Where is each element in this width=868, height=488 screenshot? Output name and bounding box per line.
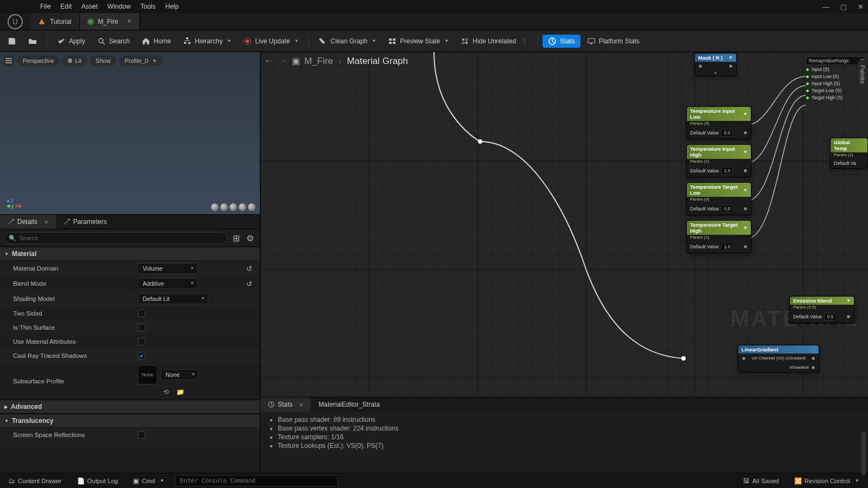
menu-tools[interactable]: Tools xyxy=(141,3,156,10)
section-material[interactable]: ▼Material xyxy=(0,247,260,261)
menu-file[interactable]: File xyxy=(40,3,50,10)
live-update-button[interactable]: Live Update▼ xyxy=(238,35,304,48)
stats-button[interactable]: Stats xyxy=(542,35,580,48)
nav-forward-button[interactable]: → xyxy=(278,55,288,67)
revision-control-button[interactable]: 🔀Revision Control▼ xyxy=(790,476,864,486)
reset-icon[interactable]: ↺ xyxy=(246,265,252,273)
home-button[interactable]: Home xyxy=(136,35,176,48)
node-temp-input-high[interactable]: Temperature Input High▼ Param (1) Defaul… xyxy=(686,144,751,177)
prop-two-sided-label: Two Sided xyxy=(13,310,138,317)
statusbar: 🗂Content Drawer 📄Output Log ▣Cmd▼ 🖫All S… xyxy=(0,473,868,488)
svg-rect-15 xyxy=(588,38,595,43)
window-maximize[interactable]: ▢ xyxy=(840,3,847,11)
output-log-button[interactable]: 📄Output Log xyxy=(73,476,123,486)
menu-window[interactable]: Window xyxy=(107,3,131,10)
tab-material-label: M_Fire xyxy=(98,18,118,25)
node-temp-target-high[interactable]: Temperature Target High▼ Param (1) Defau… xyxy=(686,220,751,253)
close-icon[interactable]: ✕ xyxy=(127,18,132,25)
search-button[interactable]: Search xyxy=(92,35,135,48)
nav-back-button[interactable]: ← xyxy=(264,55,273,67)
svg-point-17 xyxy=(681,356,686,361)
breadcrumb: M_Fire › Material Graph xyxy=(304,56,408,67)
content-drawer-button[interactable]: 🗂Content Drawer xyxy=(4,476,66,486)
perspective-dropdown[interactable]: Perspective xyxy=(17,55,59,66)
property-matrix-icon[interactable]: ⊞ xyxy=(231,233,241,243)
clean-graph-button[interactable]: Clean Graph▼ xyxy=(313,35,381,48)
stats-scrollbar[interactable] xyxy=(861,432,866,475)
settings-icon[interactable]: ⚙ xyxy=(245,233,256,243)
node-global-temp[interactable]: Global Temp Param (1) Default Va xyxy=(830,138,868,169)
stats-panel: Stats✕ MaterialEditor_Strata Base pass s… xyxy=(260,397,868,473)
window-minimize[interactable]: — xyxy=(822,3,829,11)
svg-point-16 xyxy=(478,139,482,144)
svg-rect-8 xyxy=(389,42,392,44)
menu-edit[interactable]: Edit xyxy=(60,3,72,10)
reset-icon[interactable]: ↺ xyxy=(246,280,252,288)
save-button[interactable] xyxy=(2,35,22,48)
profile-dropdown[interactable]: Profile_0▼ xyxy=(119,55,162,66)
hide-unrelated-button[interactable]: Hide Unrelated⋮ xyxy=(455,35,533,48)
save-status[interactable]: 🖫All Saved xyxy=(739,476,783,486)
tutorial-icon xyxy=(38,18,46,25)
app-logo[interactable]: U xyxy=(0,13,30,30)
use-selected-icon[interactable]: ⟲ xyxy=(161,387,171,397)
subsurface-dropdown[interactable]: None xyxy=(161,369,199,380)
hierarchy-button[interactable]: Hierarchy▼ xyxy=(177,35,237,48)
cmd-dropdown[interactable]: ▣Cmd▼ xyxy=(129,476,168,486)
close-icon[interactable]: ✕ xyxy=(299,402,303,408)
platform-stats-button[interactable]: Platform Stats xyxy=(582,35,645,48)
preview-state-button[interactable]: Preview State▼ xyxy=(382,35,454,48)
use-mat-attr-checkbox[interactable] xyxy=(138,338,145,345)
thin-surface-checkbox[interactable] xyxy=(138,324,145,331)
browse-button[interactable] xyxy=(23,35,42,48)
tab-tutorial[interactable]: Tutorial xyxy=(30,13,80,30)
tab-strata[interactable]: MaterialEditor_Strata xyxy=(311,397,387,412)
toolbar: Apply Search Home Hierarchy▼ Live Update… xyxy=(0,30,868,52)
node-temp-input-low[interactable]: Temperature Input Low▼ Param (0) Default… xyxy=(686,106,751,139)
node-emission-blend[interactable]: Emission Blend▼ Param (0.5) Default Valu… xyxy=(789,296,854,323)
svg-rect-6 xyxy=(389,38,392,41)
prop-subsurface-label: Subsurface Profile xyxy=(13,378,138,384)
section-translucency[interactable]: ▼Translucency xyxy=(0,414,260,428)
source-control-icon: 🔀 xyxy=(794,477,802,485)
search-input[interactable]: 🔍 Search xyxy=(4,232,227,244)
material-icon xyxy=(87,18,94,25)
tab-details[interactable]: Details✕ xyxy=(0,215,56,229)
tab-material[interactable]: M_Fire ✕ xyxy=(80,13,140,30)
apply-button[interactable]: Apply xyxy=(52,35,91,48)
graph-home-icon[interactable]: ▣ xyxy=(292,56,300,66)
cast-rt-checkbox[interactable]: ✔ xyxy=(138,352,145,359)
svg-point-0 xyxy=(99,38,103,43)
section-advanced[interactable]: ▶Advanced xyxy=(0,400,260,414)
viewport-options-button[interactable] xyxy=(3,55,14,66)
lit-dropdown[interactable]: Lit xyxy=(62,55,87,66)
node-linear-gradient[interactable]: LinearGradient UV Channel (V2) UGradient… xyxy=(738,345,819,373)
axis-gizmo: ▲z ◄y x► xyxy=(5,198,23,209)
window-close[interactable]: ✕ xyxy=(858,3,864,11)
svg-point-11 xyxy=(465,38,468,41)
material-graph-canvas[interactable]: ← → ▣ M_Fire › Material Graph ≡ Palette … xyxy=(260,52,868,397)
tab-stats[interactable]: Stats✕ xyxy=(260,397,311,412)
browse-asset-icon[interactable]: 📁 xyxy=(175,387,186,397)
menu-asset[interactable]: Asset xyxy=(81,3,98,10)
node-temp-target-low[interactable]: Temperature Target Low▼ Param (0) Defaul… xyxy=(686,182,751,215)
material-domain-dropdown[interactable]: Volume xyxy=(138,263,197,274)
preview-viewport[interactable]: Perspective Lit Show Profile_0▼ ▲z ◄y x► xyxy=(0,52,260,215)
asset-thumbnail[interactable]: None xyxy=(138,365,157,384)
blend-mode-dropdown[interactable]: Additive xyxy=(138,278,197,289)
close-icon[interactable]: ✕ xyxy=(44,219,48,225)
terminal-icon: ▣ xyxy=(133,477,139,485)
svg-rect-9 xyxy=(393,42,395,44)
menu-help[interactable]: Help xyxy=(165,3,179,10)
console-input[interactable] xyxy=(175,475,338,486)
two-sided-checkbox[interactable] xyxy=(138,310,145,317)
show-dropdown[interactable]: Show xyxy=(90,55,116,66)
palette-tab[interactable]: Palette xyxy=(858,61,867,88)
tab-parameters[interactable]: Parameters xyxy=(56,215,114,229)
viewport-preview-shapes[interactable] xyxy=(211,203,256,211)
menubar: File Edit Asset Window Tools Help — ▢ ✕ xyxy=(0,0,868,13)
svg-rect-7 xyxy=(393,38,395,41)
shading-model-dropdown[interactable]: Default Lit xyxy=(138,293,208,304)
ssr-checkbox[interactable] xyxy=(138,431,145,439)
tab-strip: U Tutorial M_Fire ✕ xyxy=(0,13,868,30)
